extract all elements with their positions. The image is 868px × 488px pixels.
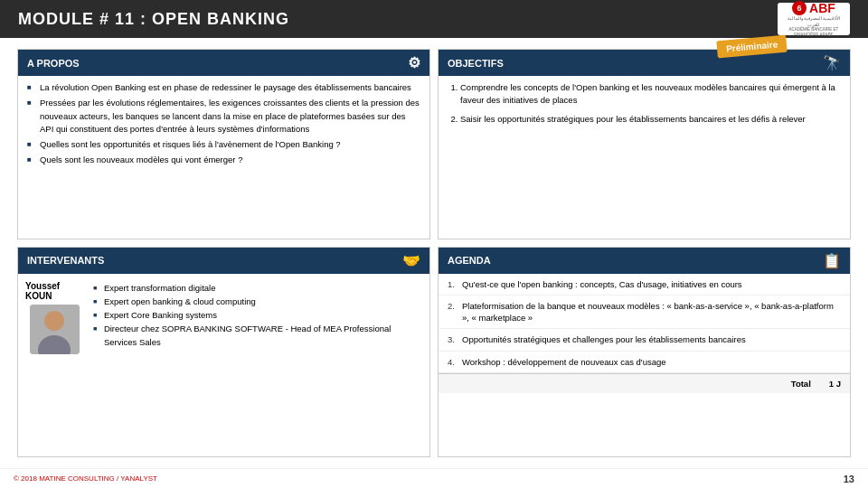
agenda-section: AGENDA 📋 1. Qu'est-ce que l'open banking… [438, 247, 851, 458]
total-label: Total [791, 379, 811, 389]
svg-point-1 [44, 311, 64, 331]
main-content: A PROPOS ⚙ La révolution Open Banking es… [0, 38, 868, 468]
objectif-item-1: Comprendre les concepts de l'Open bankin… [460, 81, 841, 108]
agenda-num-3: 3. [448, 333, 462, 345]
apropos-header: A PROPOS ⚙ [18, 50, 429, 76]
agenda-text-2: Plateformisation de la banque et nouveau… [462, 300, 841, 324]
intervenant-name: Youssef KOUN [25, 281, 84, 301]
objectifs-label: OBJECTIFS [448, 58, 504, 69]
agenda-body: 1. Qu'est-ce que l'open banking : concep… [439, 274, 850, 393]
logo-box: 6 ABF الأكاديمية المصرفية والمالية للعرب… [778, 3, 850, 35]
agenda-text-4: Workshop : développement de nouveaux cas… [462, 356, 841, 368]
expertise-item-4: Directeur chez SOPRA BANKING SOFTWARE - … [93, 322, 422, 349]
agenda-label: AGENDA [448, 255, 491, 266]
telescope-icon: 🔭 [823, 54, 841, 71]
intervenants-section: INTERVENANTS 🤝 Youssef KOUN Expert trans… [17, 247, 430, 458]
agenda-row-2: 2. Plateformisation de la banque et nouv… [439, 296, 850, 330]
agenda-row-3: 3. Opportunités stratégiques et challeng… [439, 329, 850, 351]
agenda-text-1: Qu'est-ce que l'open banking : concepts,… [462, 278, 841, 290]
footer-copyright: © 2018 MATINE CONSULTING / YANALYST [14, 474, 157, 483]
total-value: 1 J [829, 379, 841, 389]
objectifs-body: Comprendre les concepts de l'Open bankin… [439, 76, 850, 136]
logo-subtitle: الأكاديمية المصرفية والمالية للعرب [780, 15, 847, 27]
apropos-item-2: Pressées par les évolutions réglementair… [27, 97, 420, 136]
page-footer: © 2018 MATINE CONSULTING / YANALYST 13 [0, 468, 868, 488]
expertise-item-2: Expert open banking & cloud computing [93, 295, 422, 308]
objectifs-section: OBJECTIFS 🔭 Comprendre les concepts de l… [438, 49, 851, 239]
page-number: 13 [844, 474, 854, 484]
apropos-item-4: Quels sont les nouveaux modèles qui vont… [27, 154, 420, 166]
agenda-header: AGENDA 📋 [439, 248, 850, 274]
handshake-icon: 🤝 [402, 252, 420, 269]
objectif-item-2: Saisir les opportunités stratégiques pou… [460, 113, 841, 126]
expertise-item-1: Expert transformation digitale [93, 281, 422, 295]
objectifs-header: OBJECTIFS 🔭 [439, 50, 850, 76]
page-header: MODULE # 11 : OPEN BANKING 6 ABF الأكادي… [0, 0, 868, 38]
agenda-num-4: 4. [448, 356, 462, 368]
expertise-item-3: Expert Core Banking systems [93, 308, 422, 322]
agenda-text-3: Opportunités stratégiques et challenges … [462, 333, 841, 345]
apropos-section: A PROPOS ⚙ La révolution Open Banking es… [17, 49, 430, 239]
apropos-item-3: Quelles sont les opportunités et risques… [27, 138, 420, 151]
apropos-label: A PROPOS [27, 58, 80, 69]
logo-area: 6 ABF الأكاديمية المصرفية والمالية للعرب… [778, 3, 850, 35]
logo-text: ABF [809, 1, 835, 15]
intervenants-header: INTERVENANTS 🤝 [18, 248, 429, 274]
agenda-row-1: 1. Qu'est-ce que l'open banking : concep… [439, 274, 850, 296]
expertise-list: Expert transformation digitale Expert op… [93, 281, 422, 354]
apropos-item-1: La révolution Open Banking est en phase … [27, 81, 420, 94]
agenda-num-2: 2. [448, 300, 462, 324]
agenda-num-1: 1. [448, 278, 462, 290]
avatar [30, 305, 80, 354]
agenda-total-row: Total 1 J [439, 373, 850, 393]
logo-subtitle2: ACADÉMIE BANCAIRE ET FINANCIÈRE ARABE [780, 27, 847, 37]
agenda-row-4: 4. Workshop : développement de nouveaux … [439, 352, 850, 373]
apropos-body: La révolution Open Banking est en phase … [18, 76, 429, 175]
page-title: MODULE # 11 : OPEN BANKING [18, 10, 289, 29]
settings-icon: ⚙ [408, 54, 420, 71]
calendar-icon: 📋 [823, 252, 841, 269]
intervenants-label: INTERVENANTS [27, 255, 104, 266]
intervenants-body: Youssef KOUN Expert transformation digit… [18, 274, 429, 361]
